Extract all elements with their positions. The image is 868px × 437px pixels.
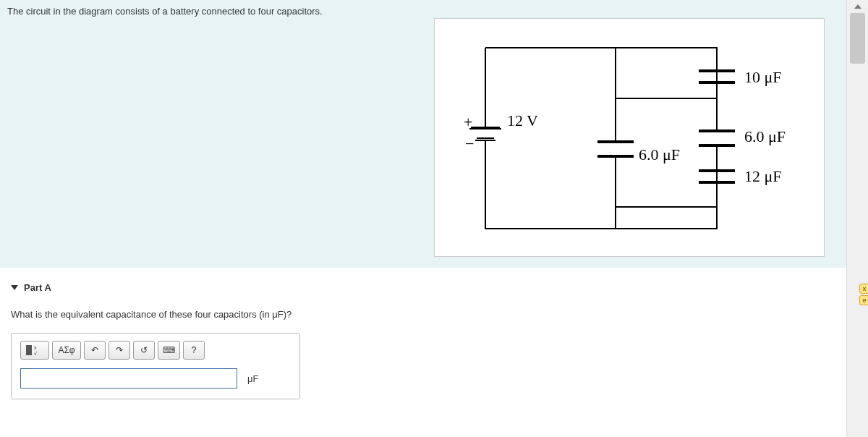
- svg-text:√: √: [34, 351, 37, 356]
- cap-top-label: 10 μF: [744, 68, 782, 86]
- circuit-diagram: + − 12 V 6.0 μF: [434, 18, 825, 257]
- collapse-icon: [11, 285, 18, 290]
- answer-input[interactable]: [20, 368, 237, 389]
- problem-statement: The circuit in the diagram consists of a…: [7, 6, 839, 17]
- battery-plus: +: [464, 113, 472, 131]
- reset-button[interactable]: ↺: [133, 341, 155, 360]
- equation-toolbar: x √ ΑΣφ ↶ ↷ ↺ ⌨ ?: [20, 341, 291, 360]
- part-a-section: Part A What is the equivalent capacitanc…: [0, 268, 846, 407]
- unit-label: μF: [247, 373, 258, 384]
- voltage-label: 12 V: [507, 111, 538, 130]
- keyboard-button[interactable]: ⌨: [158, 341, 180, 360]
- svg-text:x: x: [34, 345, 37, 350]
- answer-box: x √ ΑΣφ ↶ ↷ ↺ ⌨ ? μF: [11, 333, 300, 399]
- cap-left-label: 6.0 μF: [639, 145, 680, 164]
- scrollbar[interactable]: x e: [846, 0, 868, 437]
- problem-area: The circuit in the diagram consists of a…: [0, 0, 846, 268]
- question-text: What is the equivalent capacitance of th…: [11, 309, 835, 320]
- side-info-icon[interactable]: e: [859, 295, 868, 305]
- scroll-up-icon[interactable]: [847, 0, 868, 13]
- part-title: Part A: [24, 282, 51, 293]
- battery-minus: −: [465, 135, 474, 153]
- cap-bottom-label: 12 μF: [744, 167, 782, 185]
- scroll-thumb[interactable]: [850, 13, 865, 64]
- svg-rect-24: [26, 345, 32, 355]
- side-close-icon[interactable]: x: [859, 284, 868, 294]
- help-button[interactable]: ?: [183, 341, 205, 360]
- greek-button[interactable]: ΑΣφ: [52, 341, 81, 360]
- undo-button[interactable]: ↶: [84, 341, 106, 360]
- templates-button[interactable]: x √: [20, 341, 49, 360]
- cap-mid-right-label: 6.0 μF: [744, 127, 786, 145]
- part-header[interactable]: Part A: [11, 282, 835, 293]
- redo-button[interactable]: ↷: [109, 341, 130, 360]
